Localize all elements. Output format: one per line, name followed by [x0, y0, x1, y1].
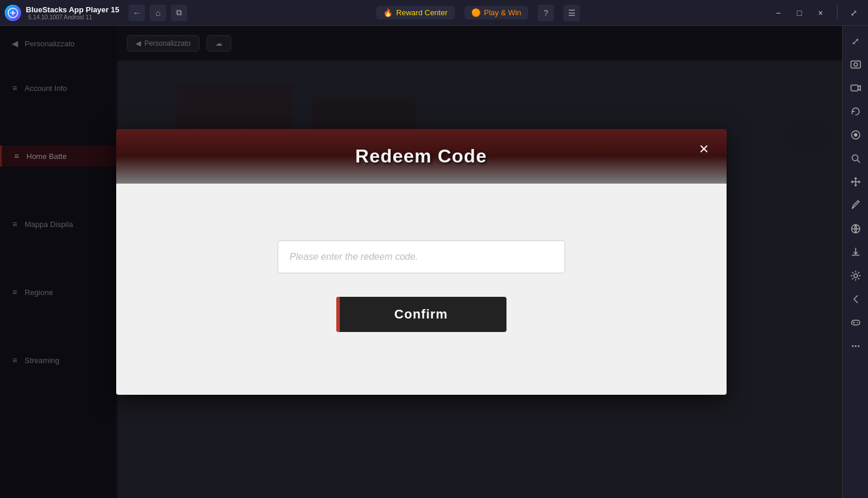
help-button[interactable]: ?: [538, 5, 554, 21]
sidebar-gamepad-icon[interactable]: [845, 312, 866, 333]
dialog-close-button[interactable]: ×: [694, 138, 715, 160]
reward-center-button[interactable]: 🔥 Reward Center: [376, 6, 454, 19]
sidebar-settings-icon[interactable]: [845, 265, 866, 286]
svg-point-8: [854, 274, 857, 277]
reward-center-label: Reward Center: [396, 8, 447, 17]
svg-point-13: [857, 345, 859, 347]
titlebar-divider: [837, 6, 837, 20]
modal-overlay: Redeem Code × Confirm: [0, 26, 842, 498]
minimize-button[interactable]: −: [769, 4, 788, 22]
app-logo: [5, 5, 21, 21]
maximize-button[interactable]: □: [790, 4, 809, 22]
sidebar-zoom-icon[interactable]: [845, 148, 866, 169]
svg-rect-3: [851, 85, 858, 91]
redeem-dialog: Redeem Code × Confirm: [116, 129, 727, 395]
dialog-header: Redeem Code ×: [116, 129, 727, 184]
sidebar-rotate-icon[interactable]: [845, 101, 866, 122]
svg-point-2: [854, 63, 857, 66]
app-version: 5.14.10.1007 Android 11: [28, 14, 119, 21]
svg-point-5: [854, 133, 857, 137]
play-win-button[interactable]: 🟠 Play & Win: [464, 6, 529, 19]
sidebar-globe-icon[interactable]: [845, 218, 866, 239]
sidebar-edit-icon[interactable]: [845, 195, 866, 216]
sidebar-expand-icon[interactable]: ⤢: [845, 31, 866, 52]
back-button[interactable]: ←: [129, 5, 145, 21]
sidebar-move-icon[interactable]: [845, 171, 866, 192]
home-button[interactable]: ⌂: [150, 5, 166, 21]
right-sidebar: ⤢: [842, 26, 868, 498]
sidebar-back-icon[interactable]: [845, 289, 866, 310]
sidebar-download-icon[interactable]: [845, 242, 866, 263]
play-win-label: Play & Win: [484, 8, 522, 17]
reward-icon: 🔥: [383, 8, 393, 17]
nav-buttons: ← ⌂ ⧉: [129, 5, 187, 21]
sidebar-more-icon[interactable]: [845, 336, 866, 357]
titlebar: BlueStacks App Player 15 5.14.10.1007 An…: [0, 0, 868, 26]
redeem-code-input[interactable]: [278, 240, 565, 273]
dialog-title: Redeem Code: [355, 145, 487, 167]
playnwin-icon: 🟠: [471, 8, 481, 17]
svg-point-12: [855, 345, 856, 347]
sidebar-camera-icon[interactable]: [845, 77, 866, 99]
svg-rect-9: [852, 320, 860, 325]
sidebar-record-icon[interactable]: [845, 124, 866, 145]
confirm-button[interactable]: Confirm: [336, 297, 506, 332]
window-controls: − □ × ⤢: [769, 4, 863, 22]
close-button[interactable]: ×: [811, 4, 830, 22]
expand-button[interactable]: ⤢: [845, 4, 863, 22]
svg-rect-1: [851, 61, 860, 68]
svg-point-10: [857, 322, 858, 323]
svg-point-11: [852, 345, 853, 347]
titlebar-center: 🔥 Reward Center 🟠 Play & Win ? ☰: [187, 5, 769, 21]
tabs-button[interactable]: ⧉: [171, 5, 187, 21]
sidebar-screenshot-icon[interactable]: [845, 54, 866, 75]
dialog-body: Confirm: [116, 184, 727, 395]
menu-button[interactable]: ☰: [563, 5, 580, 21]
main-content: ◀ Personalizzato ≡ Account Info ≡ Home B…: [0, 26, 842, 498]
app-name: BlueStacks App Player 15: [26, 5, 119, 14]
